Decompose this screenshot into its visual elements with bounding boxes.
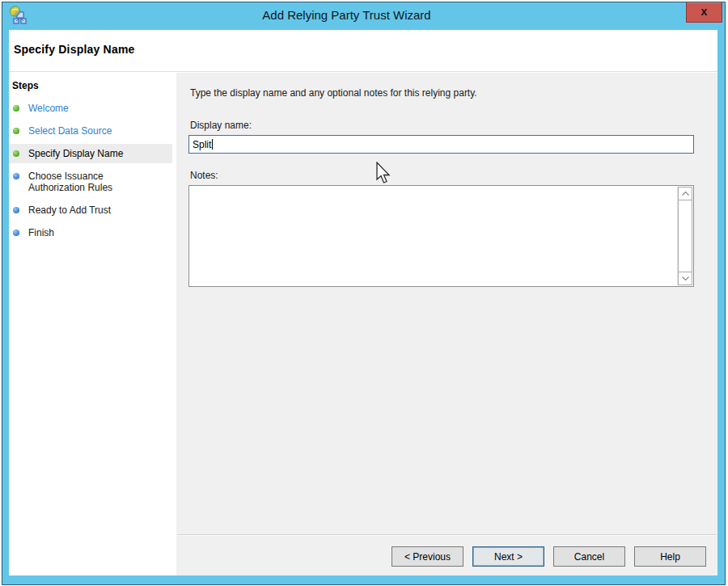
footer-button-row: < Previous Next > Cancel Help — [176, 536, 717, 575]
chevron-up-icon — [682, 192, 689, 196]
step-label: Welcome — [28, 103, 69, 114]
step-choose-issuance-authorization-rules: Choose Issuance Authorization Rules — [9, 167, 172, 197]
step-done-dot — [13, 128, 19, 134]
display-name-input[interactable]: Split — [188, 135, 694, 154]
step-done-dot — [13, 150, 19, 157]
help-button[interactable]: Help — [634, 546, 706, 567]
step-specify-display-name[interactable]: Specify Display Name — [9, 144, 172, 163]
steps-sidebar: Steps Welcome Select Data Source Specify… — [9, 73, 172, 575]
close-button[interactable]: x — [686, 2, 722, 23]
scroll-down-button[interactable] — [678, 272, 692, 285]
display-name-label: Display name: — [190, 120, 717, 131]
step-label: Finish — [28, 227, 54, 238]
steps-heading: Steps — [9, 80, 172, 99]
step-label: Specify Display Name — [28, 148, 123, 159]
step-select-data-source[interactable]: Select Data Source — [9, 121, 172, 141]
next-button[interactable]: Next > — [472, 546, 544, 567]
step-welcome[interactable]: Welcome — [9, 99, 172, 118]
intro-text: Type the display name and any optional n… — [190, 87, 704, 99]
step-label: Ready to Add Trust — [28, 204, 111, 216]
step-todo-dot — [13, 173, 19, 179]
wizard-window: Add Relying Party Trust Wizard x Specify… — [2, 2, 726, 585]
previous-button[interactable]: < Previous — [392, 546, 463, 567]
chevron-down-icon — [682, 276, 689, 280]
scroll-up-button[interactable] — [678, 187, 692, 200]
notes-textarea[interactable] — [188, 185, 694, 287]
notes-scrollbar[interactable] — [677, 187, 692, 285]
page-header: Specify Display Name — [9, 30, 717, 72]
scroll-track[interactable] — [678, 200, 692, 272]
display-name-value: Split — [193, 139, 211, 150]
text-caret — [212, 139, 213, 150]
window-title: Add Relying Party Trust Wizard — [2, 2, 725, 30]
page-title: Specify Display Name — [14, 43, 717, 56]
step-done-dot — [13, 105, 19, 112]
step-label: Choose Issuance Authorization Rules — [28, 171, 158, 193]
step-ready-to-add-trust: Ready to Add Trust — [9, 200, 172, 220]
wizard-dialog: Specify Display Name Steps Welcome Selec… — [9, 30, 717, 575]
step-label: Select Data Source — [28, 125, 112, 137]
cancel-button[interactable]: Cancel — [553, 546, 625, 567]
notes-value — [189, 186, 676, 286]
step-todo-dot — [13, 207, 19, 213]
notes-label: Notes: — [190, 170, 717, 181]
main-panel: Type the display name and any optional n… — [176, 73, 717, 575]
title-bar[interactable]: Add Relying Party Trust Wizard x — [2, 2, 725, 30]
step-todo-dot — [13, 230, 19, 236]
step-finish: Finish — [9, 223, 172, 242]
